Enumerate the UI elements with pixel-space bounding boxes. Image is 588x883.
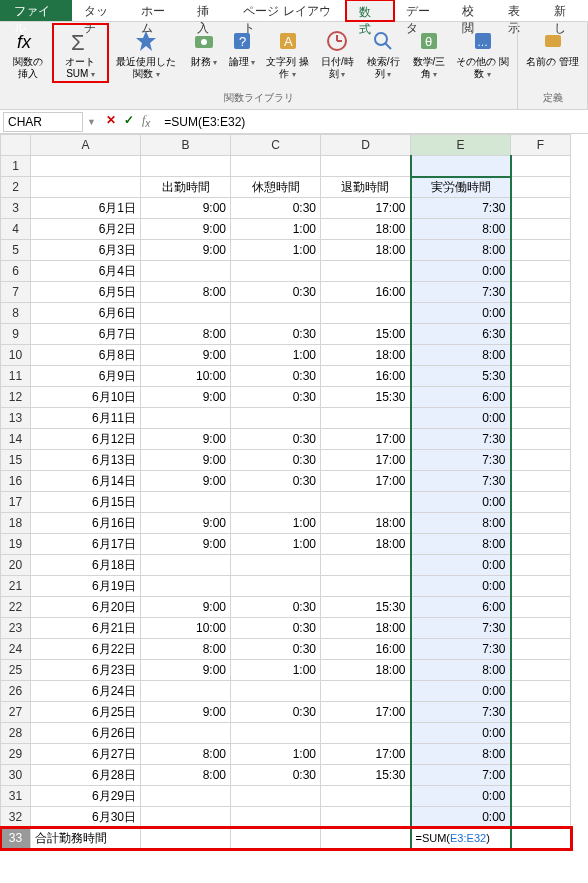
cell-F14[interactable] [511,429,571,450]
cell-F31[interactable] [511,786,571,807]
cell-A14[interactable]: 6月12日 [31,429,141,450]
cell-F27[interactable] [511,702,571,723]
row-header-9[interactable]: 9 [1,324,31,345]
lookup-button[interactable]: 検索/行列 [360,24,406,82]
cell-A8[interactable]: 6月6日 [31,303,141,324]
cell-C14[interactable]: 0:30 [231,429,321,450]
cell-C30[interactable]: 0:30 [231,765,321,786]
row-header-12[interactable]: 12 [1,387,31,408]
cell-C7[interactable]: 0:30 [231,282,321,303]
cell-E20[interactable]: 0:00 [411,555,511,576]
more-functions-button[interactable]: … その他の 関数 [452,24,513,82]
col-header-B[interactable]: B [141,135,231,156]
cell-A12[interactable]: 6月10日 [31,387,141,408]
enter-formula-button[interactable]: ✓ [124,113,134,129]
cell-A29[interactable]: 6月27日 [31,744,141,765]
cell-E16[interactable]: 7:30 [411,471,511,492]
cell-D14[interactable]: 17:00 [321,429,411,450]
row-header-10[interactable]: 10 [1,345,31,366]
cell-A26[interactable]: 6月24日 [31,681,141,702]
cell-F12[interactable] [511,387,571,408]
cell-C19[interactable]: 1:00 [231,534,321,555]
cell-C21[interactable] [231,576,321,597]
cell-D25[interactable]: 18:00 [321,660,411,681]
select-all-corner[interactable] [1,135,31,156]
cell-F22[interactable] [511,597,571,618]
tab-new[interactable]: 新し [542,0,588,21]
cell-D13[interactable] [321,408,411,429]
cell-F17[interactable] [511,492,571,513]
cell-F5[interactable] [511,240,571,261]
cancel-formula-button[interactable]: ✕ [106,113,116,129]
row-header-4[interactable]: 4 [1,219,31,240]
row-header-13[interactable]: 13 [1,408,31,429]
cell-E5[interactable]: 8:00 [411,240,511,261]
cell-E32[interactable]: 0:00 [411,807,511,828]
cell-A13[interactable]: 6月11日 [31,408,141,429]
row-header-30[interactable]: 30 [1,765,31,786]
cell-A18[interactable]: 6月16日 [31,513,141,534]
row-header-31[interactable]: 31 [1,786,31,807]
cell-B13[interactable] [141,408,231,429]
cell-F16[interactable] [511,471,571,492]
cell-C29[interactable]: 1:00 [231,744,321,765]
row-header-17[interactable]: 17 [1,492,31,513]
cell-B1[interactable] [141,156,231,177]
cell-F10[interactable] [511,345,571,366]
cell-D6[interactable] [321,261,411,282]
autosum-button[interactable]: Σ オート SUM [53,24,108,82]
cell-F8[interactable] [511,303,571,324]
cell-D17[interactable] [321,492,411,513]
row-header-24[interactable]: 24 [1,639,31,660]
cell-C16[interactable]: 0:30 [231,471,321,492]
cell-F29[interactable] [511,744,571,765]
cell-D4[interactable]: 18:00 [321,219,411,240]
cell-B14[interactable]: 9:00 [141,429,231,450]
cell-F6[interactable] [511,261,571,282]
cell-A20[interactable]: 6月18日 [31,555,141,576]
cell-B9[interactable]: 8:00 [141,324,231,345]
cell-B20[interactable] [141,555,231,576]
cell-E4[interactable]: 8:00 [411,219,511,240]
cell-F19[interactable] [511,534,571,555]
cell-A27[interactable]: 6月25日 [31,702,141,723]
row-header-33[interactable]: 33 [1,828,31,849]
cell-D29[interactable]: 17:00 [321,744,411,765]
row-header-29[interactable]: 29 [1,744,31,765]
namebox-dropdown-icon[interactable]: ▼ [87,117,96,127]
cell-F25[interactable] [511,660,571,681]
row-header-27[interactable]: 27 [1,702,31,723]
cell-A9[interactable]: 6月7日 [31,324,141,345]
cell-F11[interactable] [511,366,571,387]
name-manager-button[interactable]: 名前の 管理 [522,24,583,70]
cell-E9[interactable]: 6:30 [411,324,511,345]
cell-B15[interactable]: 9:00 [141,450,231,471]
row-header-8[interactable]: 8 [1,303,31,324]
cell-E8[interactable]: 0:00 [411,303,511,324]
cell-B33[interactable] [141,828,231,849]
cell-A30[interactable]: 6月28日 [31,765,141,786]
cell-A1[interactable] [31,156,141,177]
cell-F3[interactable] [511,198,571,219]
cell-E17[interactable]: 0:00 [411,492,511,513]
cell-E23[interactable]: 7:30 [411,618,511,639]
cell-F1[interactable] [511,156,571,177]
cell-B6[interactable] [141,261,231,282]
cell-A33[interactable]: 合計勤務時間 [31,828,141,849]
cell-D16[interactable]: 17:00 [321,471,411,492]
cell-E1[interactable] [411,156,511,177]
cell-E3[interactable]: 7:30 [411,198,511,219]
cell-B28[interactable] [141,723,231,744]
cell-D23[interactable]: 18:00 [321,618,411,639]
cell-A23[interactable]: 6月21日 [31,618,141,639]
cell-A11[interactable]: 6月9日 [31,366,141,387]
row-header-22[interactable]: 22 [1,597,31,618]
tab-insert[interactable]: 挿入 [185,0,231,21]
cell-D24[interactable]: 16:00 [321,639,411,660]
cell-F33[interactable] [511,828,571,849]
cell-B16[interactable]: 9:00 [141,471,231,492]
cell-B5[interactable]: 9:00 [141,240,231,261]
cell-E18[interactable]: 8:00 [411,513,511,534]
cell-E26[interactable]: 0:00 [411,681,511,702]
row-header-3[interactable]: 3 [1,198,31,219]
